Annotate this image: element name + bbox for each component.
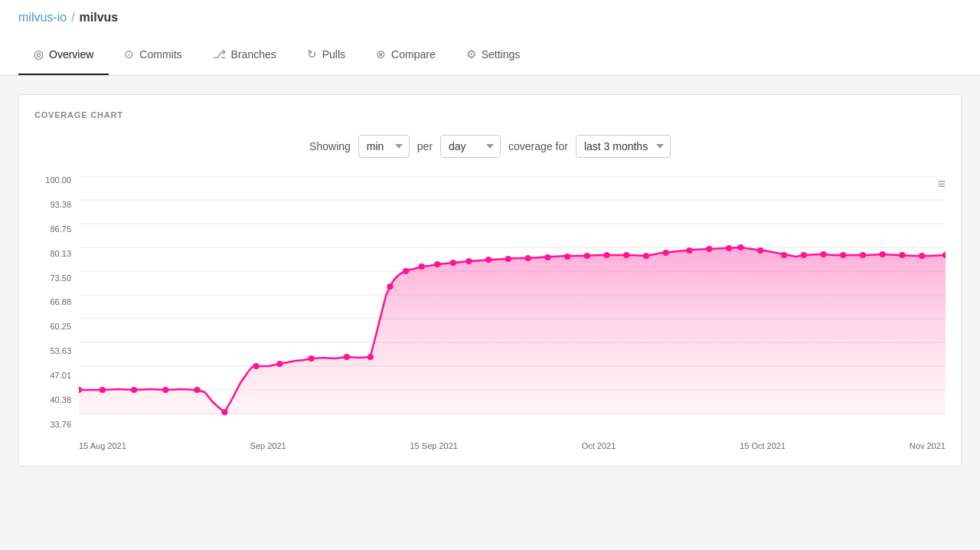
org-link[interactable]: milvus-io (18, 11, 67, 25)
y-label-10: 33.76 (34, 421, 71, 429)
tab-branches-label: Branches (231, 48, 276, 61)
svg-point-19 (308, 355, 314, 362)
svg-point-34 (603, 252, 609, 258)
svg-point-26 (450, 260, 456, 266)
chart-plot: 15 Aug 2021 Sep 2021 15 Sep 2021 Oct 202… (79, 176, 946, 450)
y-label-8: 47.01 (34, 372, 71, 380)
x-label-3: Oct 2021 (582, 441, 616, 450)
commits-icon: ⊙ (124, 47, 134, 61)
range-select[interactable]: last 3 months last 6 months last year (576, 135, 671, 158)
svg-point-37 (663, 250, 669, 256)
svg-point-30 (524, 255, 531, 261)
svg-point-43 (781, 252, 787, 258)
svg-point-31 (544, 254, 550, 260)
svg-point-27 (466, 258, 472, 264)
pulls-icon: ↻ (307, 47, 317, 61)
x-label-0: 15 Aug 2021 (79, 441, 126, 450)
compare-icon: ⊗ (376, 47, 386, 61)
svg-point-29 (505, 256, 511, 262)
y-label-0: 100.00 (34, 176, 71, 185)
y-label-6: 60.25 (34, 322, 71, 331)
y-label-5: 66.88 (34, 298, 71, 306)
svg-point-38 (686, 247, 692, 254)
svg-point-49 (899, 252, 905, 258)
chart-menu-icon[interactable]: ≡ (937, 176, 946, 192)
tab-overview[interactable]: ◎ Overview (18, 35, 109, 75)
svg-point-32 (564, 254, 570, 260)
svg-point-15 (194, 387, 200, 393)
repo-name: milvus (80, 11, 119, 25)
branches-icon: ⎇ (213, 47, 226, 61)
settings-icon: ⚙ (466, 47, 476, 61)
tab-commits[interactable]: ⊙ Commits (109, 35, 197, 75)
per-label: per (417, 140, 433, 152)
tab-pulls[interactable]: ↻ Pulls (292, 35, 361, 75)
svg-point-39 (706, 246, 712, 252)
tab-settings-label: Settings (482, 48, 521, 61)
svg-point-12 (100, 387, 106, 393)
repo-separator: / (71, 11, 74, 25)
y-label-4: 73.50 (34, 274, 71, 283)
chart-title: COVERAGE CHART (34, 110, 946, 119)
x-label-5: Nov 2021 (910, 441, 946, 450)
svg-point-18 (276, 361, 283, 367)
svg-point-50 (919, 253, 925, 259)
y-label-3: 80.13 (34, 250, 71, 258)
chart-area: 100.00 93.38 86.75 80.13 73.50 66.88 60.… (34, 176, 946, 450)
svg-point-22 (387, 283, 393, 290)
tab-commits-label: Commits (139, 48, 181, 61)
svg-point-21 (368, 354, 374, 360)
period-select[interactable]: day week month (440, 135, 501, 158)
svg-point-25 (434, 261, 440, 267)
top-bar: milvus-io / milvus (0, 0, 980, 35)
svg-point-40 (726, 245, 732, 251)
tab-overview-label: Overview (49, 48, 93, 61)
svg-point-16 (221, 409, 227, 415)
svg-point-35 (623, 252, 629, 258)
svg-point-36 (643, 253, 649, 259)
svg-point-46 (840, 252, 846, 258)
tab-compare-label: Compare (391, 48, 436, 61)
overview-icon: ◎ (34, 47, 44, 61)
x-label-2: 15 Sep 2021 (410, 441, 458, 450)
x-label-1: Sep 2021 (250, 441, 286, 450)
svg-point-41 (737, 244, 743, 250)
svg-point-17 (253, 363, 259, 369)
chart-wrapper: ≡ 100.00 93.38 86.75 80.13 73.50 66.88 6… (34, 176, 946, 450)
svg-point-13 (131, 387, 137, 393)
nav-container: ◎ Overview ⊙ Commits ⎇ Branches ↻ Pulls … (0, 35, 980, 76)
showing-label: Showing (309, 140, 351, 152)
coverage-chart-container: COVERAGE CHART Showing min max avg per d… (18, 94, 962, 467)
y-label-1: 93.38 (34, 201, 71, 209)
y-label-2: 86.75 (34, 225, 71, 234)
svg-point-44 (801, 252, 807, 258)
svg-point-20 (344, 354, 350, 360)
tab-compare[interactable]: ⊗ Compare (361, 35, 451, 75)
tab-pulls-label: Pulls (322, 48, 345, 61)
svg-point-23 (403, 268, 409, 274)
y-label-7: 53.63 (34, 347, 71, 355)
svg-point-14 (162, 387, 168, 393)
svg-point-45 (820, 251, 826, 257)
main-content: COVERAGE CHART Showing min max avg per d… (0, 76, 980, 485)
x-label-4: 15 Oct 2021 (740, 441, 786, 450)
y-axis: 100.00 93.38 86.75 80.13 73.50 66.88 60.… (34, 176, 79, 450)
chart-controls: Showing min max avg per day week month c… (34, 135, 946, 158)
y-label-9: 40.38 (34, 396, 71, 404)
svg-point-33 (584, 253, 590, 259)
tab-branches[interactable]: ⎇ Branches (198, 35, 292, 75)
chart-fill (79, 247, 946, 414)
svg-point-48 (880, 251, 886, 257)
tab-settings[interactable]: ⚙ Settings (451, 35, 536, 75)
svg-point-24 (419, 264, 425, 270)
svg-point-42 (757, 247, 763, 254)
svg-point-47 (860, 252, 866, 258)
coverage-for-label: coverage for (508, 140, 568, 152)
x-axis: 15 Aug 2021 Sep 2021 15 Sep 2021 Oct 202… (79, 437, 946, 450)
svg-point-28 (485, 257, 492, 263)
metric-select[interactable]: min max avg (358, 135, 410, 158)
chart-svg (79, 176, 946, 437)
